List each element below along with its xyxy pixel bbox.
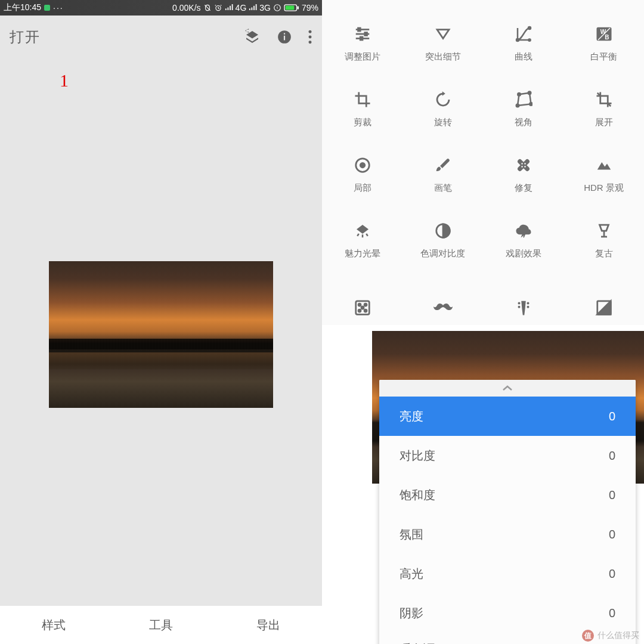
svg-line-42 (366, 234, 368, 236)
dice-icon (354, 299, 371, 317)
tool-rotate[interactable]: 旋转 (402, 76, 483, 142)
tool-label: 修复 (515, 182, 532, 194)
tab-export[interactable]: 导出 (215, 606, 322, 644)
svg-rect-8 (284, 36, 285, 41)
tool-drama[interactable]: 戏剧效果 (483, 208, 564, 273)
svg-point-33 (360, 163, 365, 168)
svg-point-29 (528, 91, 531, 94)
tool-vintage[interactable]: 复古 (564, 208, 644, 273)
svg-point-48 (364, 304, 367, 306)
adjust-value: 0 (609, 410, 615, 423)
tool-label: 突出细节 (425, 51, 461, 63)
tool-perspective[interactable]: 视角 (483, 76, 564, 142)
tool-label: 魅力光晕 (345, 248, 380, 259)
svg-point-50 (358, 309, 361, 312)
tool-hdr[interactable]: HDR 景观 (564, 142, 644, 208)
svg-line-41 (357, 234, 359, 236)
svg-point-10 (309, 30, 312, 33)
svg-point-21 (516, 39, 519, 41)
panel-handle[interactable] (379, 380, 636, 397)
svg-point-22 (528, 27, 531, 29)
status-bar: 上午10:45 ··· 0.00K/s 4G 3G 79% (0, 0, 322, 16)
watermark: 值 什么值得买 (582, 630, 639, 642)
svg-point-47 (358, 304, 361, 306)
tool-curves[interactable]: 曲线 (483, 11, 564, 76)
tool-brush[interactable]: 画笔 (402, 142, 483, 208)
tool-tonal[interactable]: 色调对比度 (402, 208, 483, 273)
adjust-label: 阴影 (400, 605, 423, 621)
wb-icon: WB (595, 25, 613, 43)
panel-2-tools: 调整图片 突出细节 曲线 WB 白平衡 剪裁 旋转 视角 展开 (322, 0, 644, 325)
adjust-value: 0 (609, 567, 615, 581)
tab-looks[interactable]: 样式 (0, 606, 107, 644)
alarm-icon (214, 4, 222, 12)
tool-tune[interactable]: 调整图片 (322, 11, 402, 76)
svg-rect-5 (286, 6, 295, 10)
svg-point-52 (518, 302, 520, 305)
tool-label: 复古 (595, 248, 613, 259)
svg-rect-17 (364, 32, 367, 35)
tool-label: 旋转 (434, 117, 452, 128)
tool-label: 画笔 (434, 182, 452, 194)
preview-image[interactable] (49, 261, 273, 408)
tool-glamour[interactable]: 魅力光晕 (322, 208, 402, 273)
svg-point-36 (521, 163, 523, 165)
tool-expand[interactable]: 展开 (564, 76, 644, 142)
svg-point-53 (527, 302, 529, 305)
open-button[interactable]: 打开 (10, 27, 41, 47)
svg-point-30 (530, 103, 532, 106)
svg-point-38 (521, 166, 523, 168)
adjust-slider-panel[interactable]: 亮度 0 对比度 0 饱和度 0 氛围 0 高光 0 阴影 0 暖色调 (379, 380, 636, 644)
adjust-row-saturation[interactable]: 饱和度 0 (379, 475, 636, 515)
status-net-speed: 0.00K/s (172, 3, 200, 13)
tool-crop[interactable]: 剪裁 (322, 76, 402, 142)
svg-rect-6 (297, 6, 299, 9)
status-time: 上午10:45 (4, 2, 41, 13)
mute-icon (203, 4, 212, 12)
tool-selective[interactable]: 局部 (322, 142, 402, 208)
tool-label: 视角 (515, 117, 532, 128)
panel-3-adjust: 亮度 0 对比度 0 饱和度 0 氛围 0 高光 0 阴影 0 暖色调 (322, 325, 644, 644)
adjust-value: 0 (609, 528, 615, 541)
adjust-row-brightness[interactable]: 亮度 0 (379, 397, 636, 436)
svg-rect-9 (284, 33, 285, 35)
tool-heal[interactable]: 修复 (483, 142, 564, 208)
svg-point-12 (309, 41, 312, 44)
crop-icon (354, 91, 371, 109)
adjust-value: 0 (609, 606, 615, 620)
signal-1-icon (225, 4, 233, 11)
tool-label: 曲线 (515, 51, 532, 63)
lamp-icon (595, 222, 613, 240)
annotation-marker-1: 1 (60, 70, 69, 91)
tool-label: 剪裁 (354, 117, 371, 128)
layers-undo-icon[interactable] (243, 28, 261, 46)
info-icon[interactable] (277, 29, 292, 45)
tool-white-balance[interactable]: WB 白平衡 (564, 11, 644, 76)
svg-point-37 (524, 163, 526, 165)
half-circle-icon (434, 222, 452, 240)
tool-label: 色调对比度 (420, 248, 465, 259)
panel-1-editor: 上午10:45 ··· 0.00K/s 4G 3G 79% 打开 样式 工 (0, 0, 322, 644)
mountains-icon (595, 156, 613, 174)
svg-text:B: B (605, 33, 609, 40)
status-network-1: 4G (236, 3, 247, 13)
guitar-head-icon (515, 299, 532, 317)
adjust-label: 亮度 (400, 408, 423, 425)
svg-point-11 (309, 36, 312, 39)
watermark-badge: 值 (582, 630, 594, 642)
adjust-row-highlights[interactable]: 高光 0 (379, 554, 636, 593)
overflow-menu-icon[interactable] (308, 29, 312, 45)
adjust-label: 对比度 (400, 448, 435, 464)
svg-point-39 (524, 166, 526, 168)
status-more: ··· (53, 3, 64, 13)
tool-details[interactable]: 突出细节 (402, 11, 483, 76)
cloud-icon (515, 222, 532, 240)
svg-point-54 (518, 306, 520, 308)
adjust-row-contrast[interactable]: 对比度 0 (379, 436, 636, 475)
app-bar: 打开 (0, 16, 322, 58)
adjust-row-shadows[interactable]: 阴影 0 (379, 593, 636, 633)
svg-point-31 (516, 104, 519, 107)
tab-tools[interactable]: 工具 (107, 606, 215, 644)
bw-square-icon (595, 299, 613, 317)
adjust-row-ambiance[interactable]: 氛围 0 (379, 515, 636, 554)
